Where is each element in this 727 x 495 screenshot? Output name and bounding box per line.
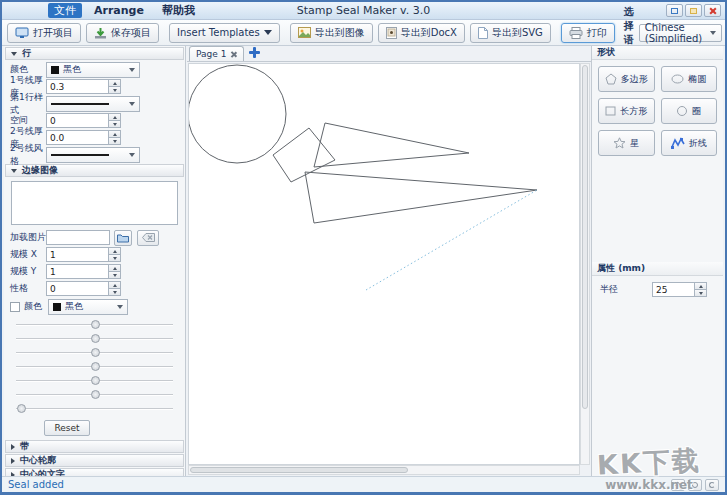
character-stepper[interactable] [46, 281, 121, 296]
browse-image-button[interactable] [114, 230, 132, 246]
scale-y-stepper[interactable] [46, 264, 121, 279]
space-stepper[interactable] [46, 113, 121, 128]
close-button[interactable] [704, 4, 721, 17]
thickness1-input[interactable] [46, 79, 108, 94]
slider-handle[interactable] [91, 334, 100, 343]
preview-dotted-line[interactable] [366, 190, 537, 290]
slider-handle[interactable] [91, 376, 100, 385]
section-header-edge-image[interactable]: 边缘图像 [5, 164, 184, 177]
center-view-button[interactable] [688, 479, 702, 491]
export-svg-button[interactable]: 导出到SVG [470, 23, 551, 43]
polyline-button[interactable]: 折线 [661, 130, 718, 156]
spin-down-button[interactable] [108, 255, 121, 262]
drawn-triangle-2[interactable] [305, 172, 537, 223]
edge-color-checkbox[interactable] [10, 302, 20, 312]
menu-help[interactable]: 帮助我 [156, 3, 201, 18]
edge-color-select[interactable]: 黑色 [48, 299, 128, 315]
ellipse-button[interactable]: 椭圆 [661, 66, 718, 92]
slider[interactable] [16, 374, 173, 388]
section-center-text-title: 中心的文字 [20, 468, 65, 476]
spin-down-button[interactable] [108, 138, 121, 145]
refresh-button[interactable] [705, 479, 719, 491]
slider[interactable] [16, 360, 173, 374]
radius-stepper[interactable] [652, 282, 707, 297]
spin-down-button[interactable] [108, 272, 121, 279]
slider-handle[interactable] [17, 404, 26, 413]
scale-x-stepper[interactable] [46, 247, 121, 262]
slider[interactable] [16, 318, 173, 332]
slider[interactable] [16, 332, 173, 346]
section-line-title: 行 [22, 47, 31, 60]
export-image-button[interactable]: 导出到图像 [290, 23, 373, 43]
section-header-band[interactable]: 带 [5, 440, 184, 453]
slider-handle[interactable] [91, 320, 100, 329]
thickness2-input[interactable] [46, 130, 108, 145]
spin-up-button[interactable] [108, 247, 121, 255]
vertical-scroll-thumb[interactable] [582, 65, 588, 409]
reset-button[interactable]: Reset [44, 420, 90, 436]
spin-up-button[interactable] [108, 113, 121, 121]
star-button[interactable]: 星 [598, 130, 655, 156]
scale-x-input[interactable] [46, 247, 108, 262]
circle-button[interactable]: 圈 [661, 98, 718, 124]
language-select[interactable]: Chinese (Simplified) [639, 24, 722, 42]
spin-up-button[interactable] [108, 130, 121, 138]
export-docx-button[interactable]: 导出到DocX [378, 23, 465, 43]
print-button[interactable]: 打印 [561, 23, 615, 43]
slider-handle[interactable] [91, 390, 100, 399]
minimize-button[interactable] [666, 4, 683, 17]
section-header-center-text[interactable]: 中心的文字 [5, 468, 184, 476]
slider-handle[interactable] [91, 348, 100, 357]
drawn-circle[interactable] [189, 65, 286, 163]
save-project-button[interactable]: 保存项目 [86, 23, 159, 43]
scale-y-input[interactable] [46, 264, 108, 279]
line-style2-select[interactable] [46, 147, 140, 163]
section-header-line[interactable]: 行 [5, 47, 184, 60]
rectangle-button[interactable]: 长方形 [598, 98, 655, 124]
collapse-button[interactable] [671, 479, 685, 491]
drawn-triangle-1[interactable] [314, 123, 469, 167]
clear-image-button[interactable] [137, 230, 159, 246]
character-input[interactable] [46, 281, 108, 296]
edge-image-listbox[interactable] [11, 181, 178, 225]
spin-down-button[interactable] [108, 121, 121, 128]
tab-page1[interactable]: Page 1 [189, 46, 244, 61]
thickness2-stepper[interactable] [46, 130, 121, 145]
menu-file[interactable]: 文件 [48, 3, 82, 18]
add-page-button[interactable] [247, 45, 262, 60]
slider[interactable] [16, 402, 173, 416]
spin-down-button[interactable] [694, 290, 707, 297]
section-header-center-outline[interactable]: 中心轮廓 [5, 454, 184, 467]
drawing-canvas[interactable] [188, 63, 580, 465]
maximize-button[interactable] [685, 4, 702, 17]
backspace-icon [142, 233, 155, 242]
vertical-scrollbar[interactable] [580, 63, 590, 465]
polygon-button[interactable]: 多边形 [598, 66, 655, 92]
slider[interactable] [16, 346, 173, 360]
spin-down-button[interactable] [108, 87, 121, 94]
tab-close-icon[interactable] [230, 51, 237, 58]
space-input[interactable] [46, 113, 108, 128]
radius-label: 半径 [600, 283, 652, 296]
slider-handle[interactable] [91, 362, 100, 371]
horizontal-scroll-thumb[interactable] [190, 467, 408, 473]
line-style1-select[interactable] [46, 96, 140, 112]
spin-down-button[interactable] [108, 289, 121, 296]
spin-up-button[interactable] [694, 282, 707, 290]
rectangle-label: 长方形 [620, 105, 647, 118]
load-image-input[interactable] [46, 230, 110, 245]
line-color-select[interactable]: 黑色 [46, 62, 140, 78]
spin-up-button[interactable] [108, 281, 121, 289]
status-buttons [671, 479, 719, 491]
radius-input[interactable] [652, 282, 694, 297]
spin-up-button[interactable] [108, 264, 121, 272]
printer-icon [569, 27, 583, 39]
open-project-button[interactable]: 打开项目 [7, 23, 81, 43]
plus-icon [247, 45, 262, 60]
slider[interactable] [16, 388, 173, 402]
menu-arrange[interactable]: Arrange [88, 3, 150, 18]
spin-up-button[interactable] [108, 79, 121, 87]
thickness1-stepper[interactable] [46, 79, 121, 94]
horizontal-scrollbar[interactable] [188, 465, 580, 475]
insert-templates-button[interactable]: Insert Templates [169, 23, 280, 43]
